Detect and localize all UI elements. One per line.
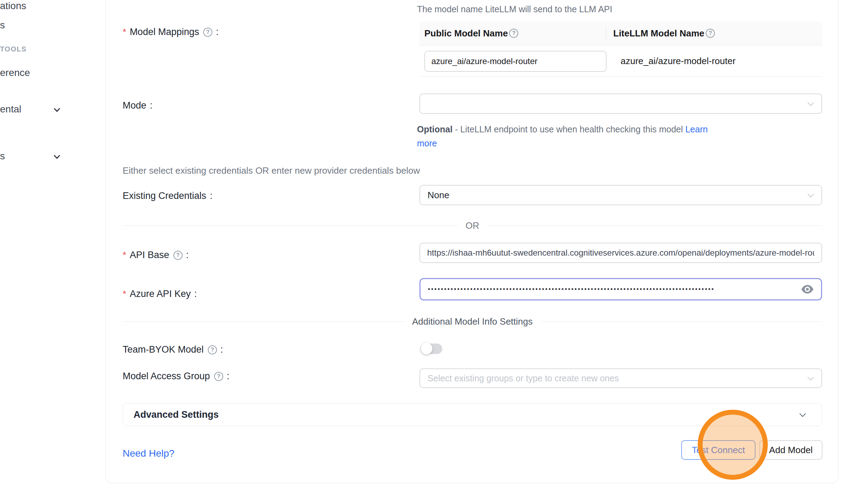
model-mappings-table: Public Model Name ? LiteLLM Model Name ?… [419,21,822,77]
learn-more-link[interactable]: more [417,138,437,148]
mode-label: Mode: [123,100,152,111]
sidebar-item-ations[interactable]: ations [0,0,26,12]
advanced-settings-title: Advanced Settings [134,409,219,420]
model-access-group-label: Model Access Group ? : [123,371,230,382]
existing-credentials-label: Existing Credentials: [123,190,212,201]
add-model-page: ations s TOOLS erence ental s The model … [0,0,868,485]
sidebar-item-ental[interactable]: ental [0,104,21,115]
need-help-link[interactable]: Need Help? [123,448,175,459]
table-header: Public Model Name ? LiteLLM Model Name ? [419,21,822,46]
sidebar-item-erence[interactable]: erence [0,67,30,78]
chevron-down-icon[interactable] [55,153,59,159]
public-model-name-input[interactable] [424,51,607,72]
required-asterisk: * [123,27,126,37]
column-header-public-model-name: Public Model Name [424,28,508,39]
mode-select[interactable] [419,93,822,114]
advanced-settings-panel[interactable]: Advanced Settings [123,403,822,426]
toggle-knob [421,343,432,354]
test-connect-button[interactable]: Test Connect [681,440,756,460]
chevron-down-icon [808,100,813,106]
help-question-icon[interactable]: ? [509,29,518,38]
eye-icon[interactable] [801,284,814,295]
chevron-down-icon [808,192,813,198]
learn-more-link[interactable]: Learn [685,124,708,134]
api-base-label: * API Base ? : [123,250,189,261]
table-row: azure_ai/azure-model-router [419,46,822,77]
litellm-model-name-value: azure_ai/azure-model-router [613,46,736,77]
additional-info-divider: Additional Model Info Settings [123,316,822,327]
chevron-down-icon [808,375,813,381]
model-access-group-select[interactable]: Select existing groups or type to create… [419,368,822,388]
help-question-icon[interactable]: ? [203,28,212,37]
help-question-icon[interactable]: ? [706,29,715,38]
mode-hint: Optional - LiteLLM endpoint to use when … [417,122,711,150]
help-question-icon[interactable]: ? [208,345,217,354]
existing-credentials-select[interactable]: None [419,185,822,205]
model-mappings-label: * Model Mappings ? : [123,27,219,37]
model-name-helper-text: The model name LiteLLM will send to the … [417,4,612,14]
chevron-down-icon [800,411,805,417]
sidebar-item-s2[interactable]: s [0,151,5,162]
masked-password: ••••••••••••••••••••••••••••••••••••••••… [421,286,788,293]
help-question-icon[interactable]: ? [173,251,183,260]
api-base-input[interactable] [419,243,822,263]
select-placeholder: Select existing groups or type to create… [420,373,619,383]
column-divider [606,27,606,40]
column-header-litellm-model-name: LiteLLM Model Name [613,28,704,39]
azure-api-key-label: * Azure API Key : [123,289,197,299]
sidebar-item-s[interactable]: s [0,20,5,31]
azure-api-key-input[interactable]: ••••••••••••••••••••••••••••••••••••••••… [419,278,822,300]
help-question-icon[interactable]: ? [214,372,223,381]
team-byok-label: Team-BYOK Model ? : [123,344,223,355]
required-asterisk: * [123,289,126,299]
add-model-button[interactable]: Add Model [759,440,822,460]
required-asterisk: * [123,250,126,261]
chevron-down-icon[interactable] [55,106,59,112]
team-byok-toggle[interactable] [421,344,442,354]
or-divider: OR [123,220,822,231]
credentials-note: Either select existing credentials OR en… [123,165,420,176]
sidebar-section-tools: TOOLS [0,45,27,53]
